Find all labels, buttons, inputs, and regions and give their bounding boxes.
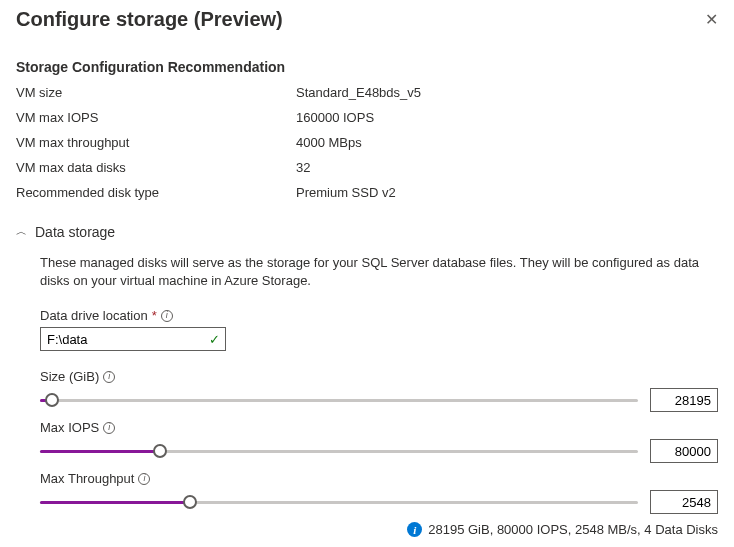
drive-location-input[interactable]: [40, 327, 226, 351]
data-storage-title: Data storage: [35, 224, 115, 240]
slider-thumb[interactable]: [45, 393, 59, 407]
slider-fill: [40, 450, 160, 453]
throughput-value-input[interactable]: [650, 490, 718, 514]
size-slider[interactable]: [40, 392, 638, 408]
recommendation-table: VM size Standard_E48bds_v5 VM max IOPS 1…: [16, 85, 718, 200]
kv-value: Standard_E48bds_v5: [296, 85, 421, 100]
size-value-input[interactable]: [650, 388, 718, 412]
table-row: VM size Standard_E48bds_v5: [16, 85, 718, 100]
close-icon[interactable]: ✕: [705, 10, 718, 29]
throughput-slider[interactable]: [40, 494, 638, 510]
kv-value: 160000 IOPS: [296, 110, 374, 125]
kv-label: VM size: [16, 85, 296, 100]
kv-label: VM max data disks: [16, 160, 296, 175]
info-icon[interactable]: i: [138, 473, 150, 485]
storage-summary: 28195 GiB, 80000 IOPS, 2548 MB/s, 4 Data…: [428, 522, 718, 537]
kv-label: Recommended disk type: [16, 185, 296, 200]
iops-slider[interactable]: [40, 443, 638, 459]
throughput-label: Max Throughput: [40, 471, 134, 486]
drive-location-label: Data drive location: [40, 308, 148, 323]
info-icon[interactable]: i: [161, 310, 173, 322]
required-indicator: *: [152, 308, 157, 323]
size-label: Size (GiB): [40, 369, 99, 384]
slider-thumb[interactable]: [153, 444, 167, 458]
info-icon[interactable]: i: [103, 371, 115, 383]
checkmark-icon: ✓: [209, 332, 220, 347]
table-row: VM max throughput 4000 MBps: [16, 135, 718, 150]
iops-value-input[interactable]: [650, 439, 718, 463]
chevron-up-icon: ︿: [16, 224, 27, 239]
kv-label: VM max throughput: [16, 135, 296, 150]
kv-label: VM max IOPS: [16, 110, 296, 125]
table-row: Recommended disk type Premium SSD v2: [16, 185, 718, 200]
slider-fill: [40, 501, 190, 504]
info-icon: i: [407, 522, 422, 537]
table-row: VM max data disks 32: [16, 160, 718, 175]
kv-value: Premium SSD v2: [296, 185, 396, 200]
iops-label: Max IOPS: [40, 420, 99, 435]
recommendation-heading: Storage Configuration Recommendation: [16, 59, 718, 75]
info-icon[interactable]: i: [103, 422, 115, 434]
table-row: VM max IOPS 160000 IOPS: [16, 110, 718, 125]
data-storage-expander[interactable]: ︿ Data storage: [16, 224, 718, 240]
kv-value: 32: [296, 160, 310, 175]
slider-thumb[interactable]: [183, 495, 197, 509]
data-storage-description: These managed disks will serve as the st…: [40, 254, 718, 290]
slider-track: [40, 399, 638, 402]
page-title: Configure storage (Preview): [16, 8, 283, 31]
kv-value: 4000 MBps: [296, 135, 362, 150]
